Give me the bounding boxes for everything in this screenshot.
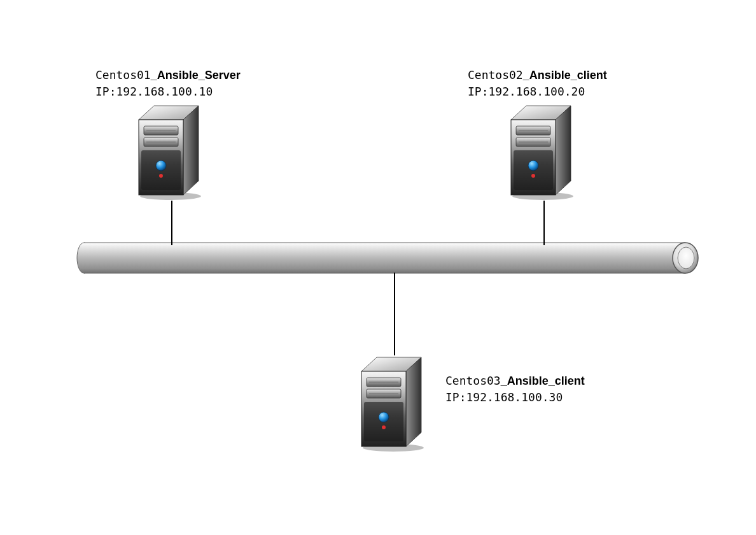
svg-marker-8 [183, 106, 199, 195]
server-icon [350, 353, 433, 452]
node-role: _Ansible_client [523, 69, 607, 82]
node-ip: IP:192.168.100.10 [95, 83, 241, 99]
network-bus-icon [76, 242, 700, 274]
connector-line [171, 201, 172, 245]
connector-line [394, 273, 395, 355]
node-role: _Ansible_Server [151, 69, 241, 82]
network-diagram: Centos01_Ansible_Server IP:192.168.100.1… [0, 0, 756, 535]
svg-point-26 [528, 160, 538, 171]
svg-point-16 [159, 174, 163, 178]
connector-line [543, 201, 545, 245]
server-icon [500, 102, 582, 201]
node-role: _Ansible_client [501, 374, 585, 387]
node-label-3: Centos03_Ansible_client IP:192.168.100.3… [445, 373, 585, 405]
svg-point-38 [382, 425, 386, 429]
node-hostname: Centos02 [468, 68, 523, 82]
node-label-2: Centos02_Ansible_client IP:192.168.100.2… [468, 67, 607, 99]
node-hostname: Centos01 [95, 68, 151, 82]
node-ip: IP:192.168.100.30 [445, 389, 585, 405]
node-hostname: Centos03 [445, 374, 501, 387]
svg-point-5 [678, 247, 694, 269]
svg-point-37 [379, 412, 389, 422]
svg-point-15 [156, 160, 166, 171]
svg-marker-19 [556, 106, 571, 195]
svg-rect-1 [84, 243, 685, 273]
svg-point-27 [531, 174, 535, 178]
server-icon [127, 102, 210, 201]
node-ip: IP:192.168.100.20 [468, 83, 607, 99]
node-label-1: Centos01_Ansible_Server IP:192.168.100.1… [95, 67, 241, 99]
svg-marker-30 [406, 357, 421, 446]
